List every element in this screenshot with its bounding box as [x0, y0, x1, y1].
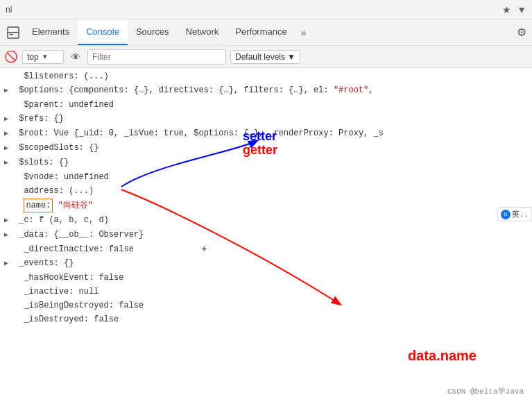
console-line-name: name: "尚硅谷" — [0, 198, 532, 213]
console-line[interactable]: ▶ $slots: {} — [0, 156, 532, 170]
tab-performance[interactable]: Performance — [227, 19, 295, 45]
log-levels-selector[interactable]: Default levels ▼ — [230, 50, 300, 64]
watermark: CSDN @beita学Java — [447, 386, 524, 396]
context-arrow: ▼ — [42, 53, 49, 60]
svg-rect-1 — [8, 32, 19, 33]
tab-more[interactable]: » — [295, 19, 312, 45]
expand-arrow: ▶ — [4, 128, 12, 140]
console-line: _inactive: null — [0, 285, 532, 299]
console-line: $vnode: undefined — [0, 170, 532, 184]
console-line: _isDestroyed: false — [0, 312, 532, 326]
expand-arrow: ▶ — [4, 258, 12, 270]
plus-sign: + — [201, 243, 207, 256]
console-line: $parent: undefined — [0, 98, 532, 112]
tab-elements[interactable]: Elements — [24, 19, 78, 45]
tab-bar: Elements Console Sources Network Perform… — [0, 19, 532, 46]
tab-network[interactable]: Network — [178, 19, 228, 45]
tab-bar-right: ⚙ — [517, 19, 532, 45]
expand-arrow: ▶ — [4, 142, 12, 155]
filter-input[interactable] — [87, 49, 226, 65]
console-line: address: (...) — [0, 184, 532, 198]
lang-label: 英.. — [512, 209, 529, 219]
context-value: top — [27, 52, 39, 62]
console-line[interactable]: ▶ _data: {__ob__: Observer} — [0, 228, 532, 242]
console-line: _isBeingDestroyed: false — [0, 299, 532, 312]
console-line: _hasHookEvent: false — [0, 271, 532, 285]
context-selector[interactable]: top ▼ — [22, 50, 64, 64]
lang-icon: U — [501, 210, 510, 219]
levels-arrow: ▼ — [287, 52, 295, 62]
expand-arrow: ▶ — [4, 157, 12, 169]
getter-label: getter — [243, 143, 277, 158]
console-content[interactable]: $listeners: (...) ▶ $options: {component… — [0, 68, 532, 402]
eye-icon[interactable]: 👁 — [68, 50, 83, 64]
top-bar-actions: ★ ▼ — [502, 4, 526, 15]
expand-arrow: ▶ — [4, 113, 12, 126]
console-line: $listeners: (...) — [0, 69, 532, 83]
svg-rect-2 — [10, 34, 13, 35]
console-line: _directInactive: false + — [0, 242, 532, 256]
devtools-icon-container — [3, 19, 24, 45]
console-line[interactable]: ▶ $options: {components: {…}, directives… — [0, 83, 532, 98]
settings-icon[interactable]: ⚙ — [517, 26, 526, 39]
name-value: "尚硅谷" — [58, 201, 93, 210]
name-property-highlight: name: — [24, 199, 53, 212]
console-line[interactable]: ▶ _events: {} — [0, 256, 532, 271]
expand-arrow: ▶ — [4, 215, 12, 227]
clear-console-icon[interactable]: 🚫 — [4, 50, 18, 63]
chevron-icon[interactable]: ▼ — [517, 4, 526, 15]
console-line[interactable]: ▶ $refs: {} — [0, 112, 532, 126]
data-name-annotation-label: data.name — [408, 348, 477, 364]
setter-label: setter — [243, 129, 277, 144]
console-line[interactable]: ▶ _c: f (a, b, c, d) — [0, 213, 532, 228]
tab-console[interactable]: Console — [78, 19, 128, 45]
tab-sources[interactable]: Sources — [128, 19, 178, 45]
top-bar: nl ★ ▼ — [0, 0, 532, 19]
star-icon[interactable]: ★ — [502, 4, 511, 15]
language-button[interactable]: U 英.. — [497, 207, 532, 221]
top-bar-text: nl — [6, 5, 12, 15]
devtools-icon — [7, 26, 19, 39]
expand-arrow: ▶ — [4, 229, 12, 242]
expand-arrow: ▶ — [4, 85, 12, 97]
console-toolbar: 🚫 top ▼ 👁 Default levels ▼ — [0, 46, 532, 68]
